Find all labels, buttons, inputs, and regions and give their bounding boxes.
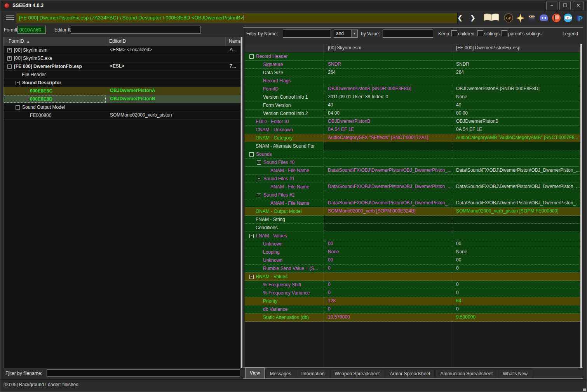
value-cell-skyrim-esm[interactable] [324,224,452,232]
collapse-icon[interactable]: − [249,54,254,59]
grid-row[interactable]: CNAM - Unknown0A 54 EF 1E0A 54 EF 1E [245,126,580,134]
paypal-icon[interactable]: P P [574,12,585,23]
grid-row[interactable]: ANAM - File NameData\Sound\FX\OBJ\Dwemer… [245,199,580,207]
tab-messages[interactable]: Messages [265,369,296,378]
value-cell-dwemerpistonfix-esp[interactable]: Data\Sound\FX\OBJ\DwemerPiston\OBJ_Dweme… [452,167,580,174]
value-cell-skyrim-esm[interactable]: 0 [324,289,452,297]
tab-information[interactable]: Information [297,369,329,378]
grid-row[interactable]: Priority12864 [245,297,580,305]
value-cell-dwemerpistonfix-esp[interactable] [452,273,580,280]
grid-row[interactable]: Static Attenuation (db)10.5700009.500000 [245,314,580,322]
grid-row[interactable]: Version Control Info 204 0000 00 [245,110,580,118]
book-icon[interactable] [483,12,500,23]
grid-row[interactable]: Version Control Info 12011-09-01 User: 3… [245,93,580,101]
keep-siblings-checkbox[interactable] [477,30,483,36]
gp-coin-icon[interactable]: GP [503,12,514,23]
value-cell-skyrim-esm[interactable]: 00 [324,256,452,264]
close-icon[interactable]: ✕ [573,2,584,10]
collapse-icon[interactable]: − [257,177,261,181]
grid-row[interactable]: LoopingNoneNone [245,248,580,256]
value-cell-dwemerpistonfix-esp[interactable]: AudioCategoryAMB "AudioCategoryAMB" [SNC… [452,134,580,142]
tree-row[interactable]: 000E8E8DOBJDwemerPistonB [3,95,240,103]
collapse-icon[interactable]: − [257,160,261,165]
value-cell-dwemerpistonfix-esp[interactable]: 0 [452,281,580,289]
tab-view[interactable]: View [245,368,265,378]
breadcrumb[interactable]: [FE 000] DwemerPistonFix.esp (7A334FBC) … [16,13,458,23]
tree-row[interactable]: +[00] Skyrim.esm<ESM> <Localized>A... [3,46,240,54]
tab-what-s-new[interactable]: What's New [498,369,532,378]
tree-header-name[interactable]: Name [226,37,240,46]
value-cell-skyrim-esm[interactable]: 00 [324,240,452,248]
maximize-icon[interactable]: ☐ [559,2,571,10]
grid-header-skyrim-esm[interactable]: [00] Skyrim.esm [324,44,452,52]
grid-row[interactable]: Unknown0000 [245,256,580,265]
value-cell-dwemerpistonfix-esp[interactable]: None [452,93,580,101]
filename-filter-input[interactable] [47,369,240,377]
value-cell-skyrim-esm[interactable]: OBJDwemerPistonB [324,118,452,125]
value-cell-dwemerpistonfix-esp[interactable]: None [452,248,580,256]
value-cell-dwemerpistonfix-esp[interactable]: Data\Sound\FX\OBJ\DwemerPiston\OBJ_Dweme… [452,183,580,191]
value-cell-skyrim-esm[interactable]: 0 [324,265,452,272]
keep-parent-s-siblings-label[interactable]: parent's siblings [508,31,542,37]
collapse-icon[interactable]: − [16,81,20,85]
value-cell-dwemerpistonfix-esp[interactable] [452,224,580,232]
expand-icon[interactable]: + [7,56,12,61]
filter-by-name-input[interactable] [283,30,331,38]
value-cell-dwemerpistonfix-esp[interactable] [452,142,580,150]
value-cell-skyrim-esm[interactable]: 264 [324,69,452,77]
grid-row[interactable]: Conditions [245,224,580,232]
keep-children-label[interactable]: children [458,31,474,37]
value-cell-dwemerpistonfix-esp[interactable]: 00 [452,240,580,248]
value-cell-skyrim-esm[interactable] [324,142,452,150]
value-cell-skyrim-esm[interactable] [324,191,452,199]
patreon-icon[interactable] [551,12,562,23]
value-cell-skyrim-esm[interactable]: 0 [324,305,452,313]
value-cell-skyrim-esm[interactable] [324,216,452,223]
minimize-icon[interactable]: – [546,2,557,10]
tree-row[interactable]: −Sound Output Model [3,103,240,112]
grid-row[interactable]: −Sound Files #2 [245,191,580,199]
value-cell-skyrim-esm[interactable] [324,175,452,183]
collapse-icon[interactable]: − [249,234,254,238]
value-cell-skyrim-esm[interactable]: SNDR [324,61,452,68]
collapse-icon[interactable]: − [257,193,261,197]
value-cell-skyrim-esm[interactable]: 10.570000 [324,314,452,321]
grid-row[interactable]: Data Size264264 [245,69,580,77]
value-cell-skyrim-esm[interactable] [324,52,452,60]
value-cell-skyrim-esm[interactable]: 0A 54 EF 1E [324,126,452,134]
value-cell-dwemerpistonfix-esp[interactable]: OBJDwemerPistonB [452,118,580,125]
value-cell-skyrim-esm[interactable]: SOMMono02000_verb [SOPM:000E324B] [324,207,452,215]
value-cell-dwemerpistonfix-esp[interactable]: 9.500000 [452,314,580,321]
filter-by-value-input[interactable] [383,30,433,38]
grid-row[interactable]: ANAM - File NameData\Sound\FX\OBJ\Dwemer… [245,183,580,191]
value-cell-skyrim-esm[interactable]: AudioCategorySFX "SEffects" [SNCT:000172… [324,134,452,142]
value-cell-dwemerpistonfix-esp[interactable]: 64 [452,297,580,305]
grid-row[interactable]: % Frequency Variance00 [245,289,580,297]
grid-header-dwemerpistonfix-esp[interactable]: [FE 000] DwemerPistonFix.esp [452,44,580,52]
value-cell-dwemerpistonfix-esp[interactable] [452,77,580,85]
keep-children-checkbox[interactable] [451,30,457,36]
grid-row[interactable]: % Frequency Shift00 [245,281,580,289]
collapse-icon[interactable]: − [16,105,20,110]
value-cell-dwemerpistonfix-esp[interactable] [452,52,580,60]
value-cell-dwemerpistonfix-esp[interactable]: SOMMono02000_verb_piston [SOPM:FE000800] [452,207,580,215]
tree-row[interactable]: FE000800SOMMono02000_verb_piston [3,112,240,120]
right-grid-scrollbar[interactable] [580,44,582,368]
value-cell-dwemerpistonfix-esp[interactable]: 00 [452,256,580,264]
gold-star-icon[interactable] [515,12,526,23]
grid-row[interactable]: FormIDOBJDwemerPistonB [SNDR:000E8E8D]OB… [245,85,580,93]
resize-grip[interactable] [583,389,586,391]
grid-row[interactable]: SignatureSNDRSNDR [245,61,580,69]
value-cell-dwemerpistonfix-esp[interactable]: 00 00 [452,110,580,117]
grid-header-field[interactable] [245,44,324,52]
tree-row[interactable]: −[FE 000] DwemerPistonFix.esp<ESL>7... [3,63,240,71]
grid-row[interactable]: Unknown0000 [245,240,580,248]
value-cell-skyrim-esm[interactable]: 40 [324,101,452,109]
value-cell-skyrim-esm[interactable]: Data\Sound\FX\OBJ\DwemerPiston\OBJ_Dweme… [324,183,452,191]
menu-icon[interactable] [6,14,14,21]
left-tree-scrollbar[interactable] [241,37,242,368]
grid-row[interactable]: ONAM - Output ModelSOMMono02000_verb [SO… [245,207,580,216]
value-cell-skyrim-esm[interactable]: 2011-09-01 User: 39 Index: 0 [324,93,452,101]
value-cell-dwemerpistonfix-esp[interactable] [452,150,580,158]
value-cell-skyrim-esm[interactable]: 0 [324,281,452,289]
